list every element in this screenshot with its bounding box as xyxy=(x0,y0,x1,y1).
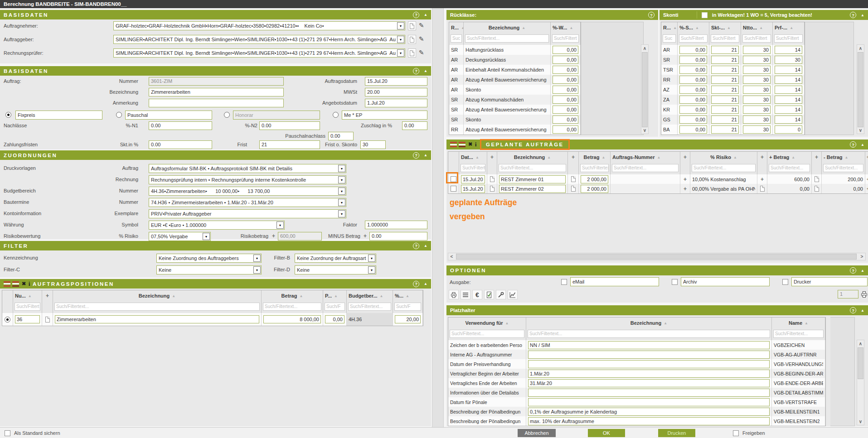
sort-icon[interactable]: ▲ xyxy=(759,26,763,30)
column-header[interactable] xyxy=(2,290,13,301)
column-header[interactable]: Bezeichnung▲ xyxy=(53,290,262,301)
cell-input[interactable]: 0,00 xyxy=(553,76,578,84)
chevron-down-icon[interactable]: ▼ xyxy=(338,188,345,195)
filter-input[interactable]: Such/Filtertext... xyxy=(692,164,756,172)
help-icon[interactable]: ? xyxy=(413,243,419,249)
document-icon[interactable] xyxy=(45,317,50,322)
chevron-down-icon[interactable]: ▼ xyxy=(368,255,375,262)
cell-input[interactable]: 0,00 xyxy=(553,46,578,54)
cell-input[interactable]: REST Zimmerer 01 xyxy=(499,175,566,183)
column-header[interactable]: %-S...▲ xyxy=(678,22,709,33)
collapse-icon[interactable]: ▲ xyxy=(861,308,864,313)
chevron-down-icon[interactable]: ▼ xyxy=(276,221,284,229)
cell-input[interactable]: 21 xyxy=(711,46,739,54)
filter-input[interactable]: Such/Filtertext... xyxy=(263,303,321,311)
horizontal-scrollbar[interactable]: <> xyxy=(448,253,866,260)
kontakt-select[interactable]: SIMLINGER•ARCHITEKT Dipl. Ing. Berndt Si… xyxy=(113,48,405,58)
cell-input[interactable]: 21 xyxy=(711,86,739,94)
abbrechen-button[interactable]: Abbrechen xyxy=(518,429,556,437)
column-header[interactable]: Skt-...▲ xyxy=(709,22,741,33)
sort-icon[interactable]: ▲ xyxy=(334,294,338,298)
cell-input[interactable]: 21 xyxy=(711,116,739,124)
filter-input[interactable]: Such/Filtert xyxy=(679,34,708,43)
collapse-icon[interactable]: ▲ xyxy=(424,244,427,248)
document-icon[interactable] xyxy=(490,176,495,182)
scroll-right-icon[interactable]: > xyxy=(858,253,865,260)
column-header[interactable]: + xyxy=(680,152,690,163)
scroll-thumb[interactable] xyxy=(858,52,863,127)
filter-input[interactable]: Such/Filtert xyxy=(711,34,739,43)
sort-icon[interactable]: ▲ xyxy=(522,26,525,30)
cell-input[interactable]: 0 xyxy=(775,125,802,134)
angebotsdatum-field[interactable]: 1.Jul.20 xyxy=(365,99,427,107)
column-header[interactable]: + xyxy=(757,152,767,163)
cell-input[interactable]: 30 xyxy=(743,106,771,114)
help-icon[interactable]: ? xyxy=(413,68,419,74)
cell-input[interactable]: 30 xyxy=(743,116,771,124)
cell-input[interactable]: 21 xyxy=(711,96,739,104)
filter-input[interactable]: Such/Filtertext.. xyxy=(580,164,609,172)
cell-input[interactable]: 14 xyxy=(775,106,802,114)
sort-icon[interactable]: ▲ xyxy=(805,321,808,325)
cell-input[interactable]: 0,00 xyxy=(679,56,707,64)
filter-input[interactable]: Such/Filtertext... xyxy=(348,303,391,311)
cell-input[interactable]: 14 xyxy=(775,116,802,124)
cell-input[interactable]: 0,00 xyxy=(325,315,344,323)
chart-icon[interactable] xyxy=(508,290,518,299)
cell-input[interactable]: 0,00 xyxy=(553,125,578,134)
help-icon[interactable]: ? xyxy=(850,12,856,18)
cell-input[interactable] xyxy=(528,360,770,368)
scroll-up-icon[interactable]: ∧ xyxy=(857,45,864,52)
chevron-down-icon[interactable]: ▼ xyxy=(368,266,375,274)
kontakt-select[interactable]: SIMLINGER•ARCHITEKT Dipl. Ing. Berndt Si… xyxy=(113,35,405,44)
n1-field[interactable]: 0.00 xyxy=(149,121,212,130)
column-header[interactable]: + xyxy=(487,152,497,163)
preisart-radio-4[interactable] xyxy=(333,112,339,118)
column-header[interactable]: Betrag▲ xyxy=(579,152,611,163)
cell-input[interactable]: NN / SIM xyxy=(528,341,770,349)
skt-field[interactable]: 0.00 xyxy=(149,140,212,149)
scroll-thumb[interactable] xyxy=(642,52,648,127)
druckvorlage-rechnung-select[interactable]: Rechnungsprüfung intern • Rechnungsprüfu… xyxy=(149,175,346,184)
mwst-field[interactable]: 20.00 xyxy=(365,88,427,96)
filter-input[interactable]: Such/F xyxy=(394,303,421,311)
cell-input[interactable]: 0,00 xyxy=(553,106,578,114)
filter-input[interactable]: Such/Filtertext... xyxy=(54,303,260,311)
preisart-radio-2[interactable] xyxy=(116,112,122,118)
filter-d-select[interactable]: Keine ▼ xyxy=(295,265,376,274)
column-header[interactable]: + xyxy=(865,152,868,163)
collapse-icon[interactable]: ▲ xyxy=(861,13,864,17)
sort-icon[interactable]: ▲ xyxy=(673,26,677,30)
cell-input[interactable]: 15.Jul.20 xyxy=(461,185,485,193)
cell-input[interactable]: 14 xyxy=(775,46,802,54)
filter-input[interactable]: Such/Filtertext... xyxy=(612,164,679,172)
filter-input[interactable]: Such/Filtert xyxy=(774,34,803,43)
cell-input[interactable]: 21 xyxy=(711,56,739,64)
scroll-left-icon[interactable]: < xyxy=(448,253,455,260)
cell-input[interactable]: REST Zimmerer 02 xyxy=(499,185,566,193)
filter-input[interactable]: Such/Filtertext... xyxy=(773,330,824,338)
ok-button[interactable]: OK xyxy=(588,429,625,437)
cell-input[interactable]: 0,00 xyxy=(679,96,707,104)
column-header[interactable]: Ntto...▲ xyxy=(741,22,773,33)
column-header[interactable]: - Betrag▲ xyxy=(822,152,865,163)
column-header[interactable]: Prf-...▲ xyxy=(773,22,805,33)
chevron-down-icon[interactable]: ▼ xyxy=(203,233,210,240)
cell-input[interactable]: 30 xyxy=(743,86,771,94)
cell-input[interactable]: Zimmererarbeiten xyxy=(55,315,259,323)
filter-input[interactable]: Such/Filtert xyxy=(742,34,771,43)
column-header[interactable]: + xyxy=(812,152,822,163)
cell-input[interactable]: 0,00 xyxy=(679,116,707,124)
vertical-scrollbar[interactable]: ∧∨ xyxy=(641,44,649,134)
freigeben-checkbox[interactable] xyxy=(733,430,739,436)
collapse-icon[interactable]: ▲ xyxy=(424,153,427,157)
document-icon[interactable] xyxy=(571,186,576,192)
document-icon[interactable] xyxy=(815,186,819,192)
kontoinformation-select[interactable]: PRIV•Privater Auftraggeber ▼ xyxy=(149,209,346,218)
printer-icon[interactable] xyxy=(449,290,459,299)
column-header[interactable]: Nu...▲ xyxy=(13,290,42,301)
chevron-down-icon[interactable]: ▼ xyxy=(338,165,345,172)
close-icon[interactable]: ✖ xyxy=(468,141,472,147)
help-icon[interactable]: ? xyxy=(413,281,419,287)
sort-icon[interactable]: ▲ xyxy=(601,155,605,159)
